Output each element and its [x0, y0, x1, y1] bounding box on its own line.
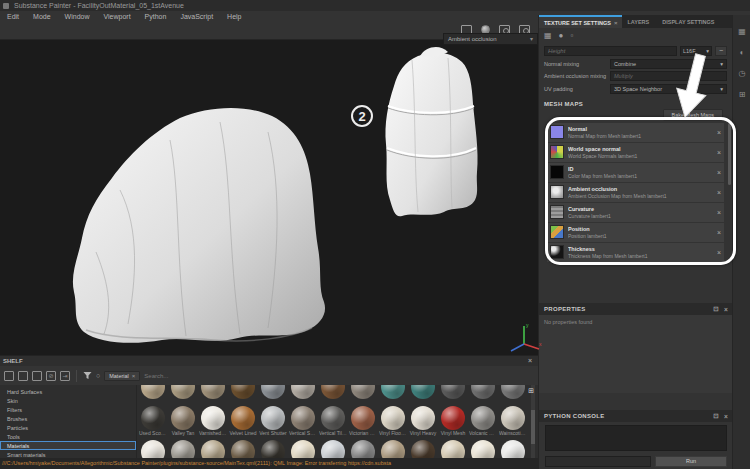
- material-item[interactable]: Vinyl Mesh: [438, 399, 468, 437]
- menu-item[interactable]: JavaScript: [173, 11, 220, 22]
- field-value-dropdown[interactable]: 3D Space Neighbor ▾: [610, 84, 727, 94]
- folder-icon[interactable]: [18, 371, 28, 381]
- material-item[interactable]: Triangular ...: [258, 385, 288, 399]
- shelf-category-item[interactable]: Skin: [0, 396, 136, 405]
- material-item[interactable]: Turquoise: [378, 385, 408, 399]
- material-item[interactable]: Vinyl Floor C...: [378, 399, 408, 437]
- undock-icon[interactable]: ⊡: [713, 305, 719, 313]
- dock-tab-bar: TEXTURE SET SETTINGS × LAYERS DISPLAY SE…: [539, 15, 732, 28]
- field-value-dropdown[interactable]: Multiply: [610, 71, 727, 81]
- clear-mesh-map-icon[interactable]: ×: [714, 169, 721, 176]
- dock-tab[interactable]: TEXTURE SET SETTINGS ×: [539, 15, 622, 28]
- material-item[interactable]: Travertine G...: [138, 385, 168, 399]
- clear-mesh-map-icon[interactable]: ×: [714, 129, 721, 136]
- viewport-3d[interactable]: [0, 40, 538, 355]
- close-icon[interactable]: ×: [614, 20, 618, 26]
- material-item[interactable]: Wainscotin...: [498, 399, 528, 437]
- import-resource-icon[interactable]: ⇥: [60, 371, 70, 381]
- material-item[interactable]: Vent Shutter: [258, 399, 288, 437]
- material-item[interactable]: Velvet Lined: [228, 399, 258, 437]
- menu-item[interactable]: Edit: [0, 11, 26, 22]
- search-input[interactable]: [144, 373, 534, 379]
- mesh-map-row[interactable]: Thickness Thickness Map from Mesh lamber…: [547, 243, 724, 262]
- dock-history-icon[interactable]: ◷: [733, 69, 750, 78]
- mesh-map-thumbnail: [550, 125, 564, 139]
- texture-set-toolbar: ▦●▫: [539, 28, 732, 43]
- material-item[interactable]: U1060D (M...: [438, 385, 468, 399]
- material-item[interactable]: Vertical Sco...: [288, 399, 318, 437]
- material-item[interactable]: Turquoise: [408, 385, 438, 399]
- material-item[interactable]: Varnished P...: [198, 399, 228, 437]
- clear-mesh-map-icon[interactable]: ×: [714, 149, 721, 156]
- material-item[interactable]: Tree Grating: [228, 385, 258, 399]
- material-item[interactable]: Travertine V...: [198, 385, 228, 399]
- grid-scrollbar[interactable]: [531, 385, 535, 469]
- material-item[interactable]: Troweled R...: [348, 385, 378, 399]
- remove-channel-button[interactable]: −: [715, 46, 727, 56]
- undock-icon[interactable]: ⊡: [713, 412, 719, 420]
- material-item[interactable]: Tricot Fine: [288, 385, 318, 399]
- material-item[interactable]: Vinyl Heavy: [408, 399, 438, 437]
- viewport-channel-dropdown[interactable]: Ambient occlusion ▾: [443, 33, 538, 45]
- close-icon[interactable]: ×: [528, 356, 532, 366]
- shelf-category-item[interactable]: Particles: [0, 423, 136, 432]
- material-item[interactable]: Volcanic Soil: [468, 399, 498, 437]
- bake-mesh-maps-button[interactable]: Bake Mesh Maps: [663, 109, 724, 121]
- mesh-map-row[interactable]: Ambient occlusion Ambient Occlusion Map …: [547, 183, 724, 202]
- close-icon[interactable]: ×: [724, 306, 728, 313]
- filter-tag-chip[interactable]: Material ×: [104, 371, 140, 381]
- clear-mesh-map-icon[interactable]: ×: [714, 189, 721, 196]
- save-icon[interactable]: [32, 371, 42, 381]
- clear-mesh-map-icon[interactable]: ×: [714, 209, 721, 216]
- run-button[interactable]: Run: [655, 456, 727, 467]
- material-item[interactable]: Victorian C...: [348, 399, 378, 437]
- material-item[interactable]: Valley Tan: [168, 399, 198, 437]
- mesh-map-row[interactable]: ID Color Map from Mesh lambert1 ×: [547, 163, 724, 182]
- mesh-map-row[interactable]: Normal Normal Map from Mesh lambert1 ×: [547, 123, 724, 142]
- filter-circle-icon[interactable]: ○: [96, 372, 100, 379]
- shelf-category-item[interactable]: Hard Surfaces: [0, 387, 136, 396]
- unlink-icon[interactable]: ⊘: [46, 371, 56, 381]
- new-resource-icon[interactable]: [4, 371, 14, 381]
- remove-tag-icon[interactable]: ×: [132, 373, 136, 379]
- mesh-map-row[interactable]: Position Position lambert1 ×: [547, 223, 724, 242]
- menu-item[interactable]: Python: [138, 11, 174, 22]
- channel-name-field[interactable]: Height: [544, 46, 677, 56]
- texture-set-list-icon[interactable]: ▦: [544, 31, 552, 40]
- material-item[interactable]: Tropical Har...: [318, 385, 348, 399]
- mesh-map-row[interactable]: Curvature Curvature lambert1 ×: [547, 203, 724, 222]
- shelf-category-item[interactable]: Tools: [0, 432, 136, 441]
- material-item[interactable]: Vertical Tiles: [318, 399, 348, 437]
- python-console-input[interactable]: [545, 456, 651, 467]
- svg-text:y: y: [526, 322, 529, 328]
- shelf-category-item[interactable]: Materials: [0, 441, 136, 450]
- dock-panel-icon[interactable]: ⊞: [733, 90, 750, 99]
- clear-mesh-map-icon[interactable]: ×: [714, 249, 721, 256]
- dock-tab[interactable]: DISPLAY SETTINGS: [657, 15, 722, 28]
- filter-funnel-icon[interactable]: [83, 371, 92, 380]
- grid-view-toggle-icon[interactable]: ⊞: [528, 387, 534, 395]
- menu-item[interactable]: Help: [220, 11, 248, 22]
- dock-tab[interactable]: LAYERS: [622, 15, 657, 28]
- panel-scrollbar[interactable]: [728, 123, 731, 185]
- material-item[interactable]: u17502 (M...: [468, 385, 498, 399]
- dock-grid-icon[interactable]: ▦: [733, 27, 750, 36]
- mesh-map-row[interactable]: World space normal World Space Normals l…: [547, 143, 724, 162]
- close-icon[interactable]: ×: [724, 413, 728, 420]
- material-item[interactable]: Used Scotc...: [138, 399, 168, 437]
- clear-mesh-map-icon[interactable]: ×: [714, 229, 721, 236]
- menu-item[interactable]: Viewport: [96, 11, 137, 22]
- dock-material-icon[interactable]: ◐: [733, 48, 750, 57]
- material-thumbnail: [381, 385, 405, 399]
- field-value-dropdown[interactable]: Combine ▾: [610, 59, 727, 69]
- material-item[interactable]: U17632 (M...: [498, 385, 528, 399]
- material-ball-icon[interactable]: ●: [559, 31, 564, 40]
- uv-tile-icon[interactable]: ▫: [570, 31, 573, 40]
- shelf-category-item[interactable]: Filters: [0, 405, 136, 414]
- material-item[interactable]: Travertine St...: [168, 385, 198, 399]
- menu-item[interactable]: Mode: [26, 11, 58, 22]
- axis-gizmo-icon[interactable]: y x: [504, 320, 544, 354]
- channel-format-dropdown[interactable]: L16F ▾: [680, 46, 712, 56]
- menu-item[interactable]: Window: [58, 11, 97, 22]
- shelf-category-item[interactable]: Brushes: [0, 414, 136, 423]
